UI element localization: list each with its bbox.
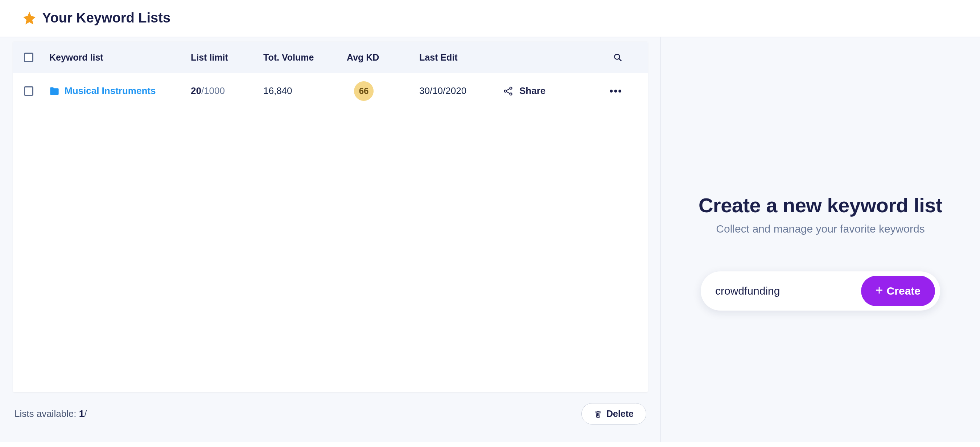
select-all-checkbox[interactable]: [24, 52, 33, 62]
col-header-last-edit: Last Edit: [419, 52, 503, 63]
lists-available-label: Lists available: 1/: [14, 408, 87, 420]
trash-icon: [594, 410, 602, 418]
delete-button-label: Delete: [606, 409, 634, 419]
table-row: Musical Instruments 20/1000 16,840 66 30…: [13, 73, 648, 109]
table-header-row: Keyword list List limit Tot. Volume Avg …: [13, 42, 648, 73]
create-button-label: Create: [887, 285, 921, 297]
delete-button[interactable]: Delete: [581, 403, 646, 425]
svg-point-3: [510, 87, 512, 89]
folder-icon: [49, 87, 59, 95]
limit-current: 20: [191, 85, 201, 96]
create-list-panel: Create a new keyword list Collect and ma…: [660, 37, 980, 442]
svg-line-1: [619, 59, 621, 61]
star-icon: [22, 11, 37, 26]
svg-line-6: [506, 91, 510, 93]
create-panel-title: Create a new keyword list: [698, 193, 942, 217]
create-button[interactable]: + Create: [861, 276, 935, 306]
svg-line-5: [506, 89, 510, 90]
share-button[interactable]: Share: [519, 85, 546, 97]
lists-available-prefix: Lists available:: [14, 408, 79, 419]
svg-point-4: [510, 93, 512, 95]
col-header-list-limit: List limit: [191, 52, 263, 63]
table-empty-area: [13, 109, 648, 392]
kd-badge: 66: [354, 81, 374, 101]
limit-max: /1000: [201, 85, 225, 96]
more-options-icon[interactable]: •••: [610, 85, 622, 97]
lists-available-count: 1: [79, 408, 84, 419]
create-panel-subtitle: Collect and manage your favorite keyword…: [716, 223, 924, 235]
share-icon[interactable]: [503, 86, 514, 97]
keyword-list-link[interactable]: Musical Instruments: [65, 85, 156, 97]
keyword-lists-table: Keyword list List limit Tot. Volume Avg …: [13, 42, 648, 392]
cell-tot-volume: 16,840: [263, 85, 347, 97]
left-panel-footer: Lists available: 1/ Delete: [13, 392, 648, 425]
create-input-row: + Create: [701, 271, 940, 310]
new-list-name-input[interactable]: [715, 285, 861, 297]
search-icon[interactable]: [613, 52, 622, 62]
svg-point-2: [504, 90, 507, 92]
plus-icon: +: [875, 284, 883, 297]
lists-available-suffix: /: [84, 408, 87, 419]
page-title: Your Keyword Lists: [42, 10, 170, 26]
cell-last-edit: 30/10/2020: [419, 85, 503, 97]
col-header-avg-kd: Avg KD: [347, 52, 419, 63]
cell-list-limit: 20/1000: [191, 85, 263, 97]
col-header-tot-volume: Tot. Volume: [263, 52, 347, 63]
row-checkbox[interactable]: [24, 86, 33, 96]
page-header: Your Keyword Lists: [0, 0, 980, 37]
col-header-keyword-list: Keyword list: [49, 52, 191, 63]
